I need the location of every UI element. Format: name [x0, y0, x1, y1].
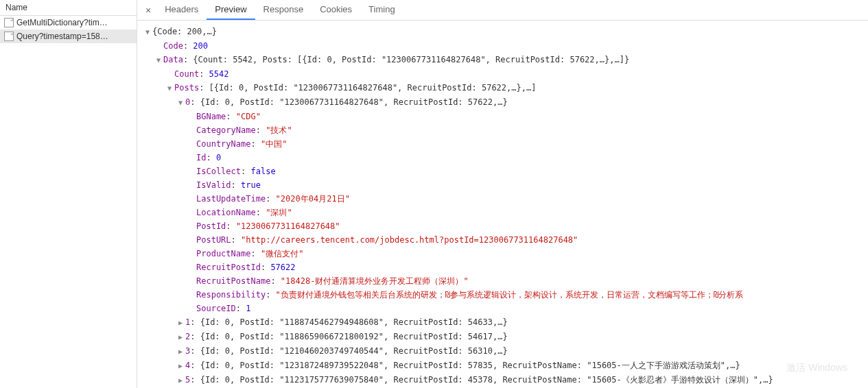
toggle-icon[interactable]: ▼ [145, 25, 152, 39]
tree-row[interactable]: LocationName: "深圳" [140, 206, 865, 219]
toggle-icon[interactable]: ▶ [178, 374, 185, 387]
toggle-icon[interactable]: ▼ [167, 82, 174, 95]
tree-row[interactable]: ▶1: {Id: 0, PostId: "1188745462794948608… [140, 315, 865, 330]
tree-row[interactable]: ▼{Code: 200,…} [140, 25, 865, 39]
tab-cookies[interactable]: Cookies [312, 0, 360, 20]
tree-row[interactable]: CategoryName: "技术" [140, 123, 865, 137]
tab-timing[interactable]: Timing [360, 0, 403, 20]
toggle-icon[interactable]: ▶ [178, 316, 185, 330]
tree-row[interactable]: SourceID: 1 [140, 302, 865, 315]
file-icon [4, 18, 14, 27]
toggle-icon[interactable]: ▶ [178, 359, 185, 373]
tree-row[interactable]: PostURL: "http://careers.tencent.com/job… [140, 233, 865, 247]
json-preview-tree[interactable]: ▼{Code: 200,…}Code: 200▼Data: {Count: 55… [137, 21, 868, 388]
tree-row[interactable]: ▼0: {Id: 0, PostId: "1230067731164827648… [140, 95, 865, 110]
tree-row[interactable]: ▶5: {Id: 0, PostId: "1123175777639075840… [140, 373, 865, 387]
tree-row[interactable]: ProductName: "微信支付" [140, 247, 865, 260]
tree-row[interactable]: ▼Data: {Count: 5542, Posts: [{Id: 0, Pos… [140, 53, 865, 67]
network-requests-panel: Name GetMultiDictionary?tim…Query?timest… [0, 0, 137, 388]
close-icon[interactable]: × [140, 1, 156, 20]
tree-row[interactable]: IsValid: true [140, 178, 865, 192]
request-item-label: Query?timestamp=158… [16, 32, 108, 41]
toggle-icon[interactable]: ▶ [178, 330, 185, 344]
request-item[interactable]: Query?timestamp=158… [0, 29, 137, 43]
tree-row[interactable]: Count: 5542 [140, 67, 865, 81]
tree-row[interactable]: Code: 200 [140, 39, 865, 53]
tree-row[interactable]: ▶2: {Id: 0, PostId: "1188659066721800192… [140, 330, 865, 344]
tree-row[interactable]: RecruitPostName: "18428-财付通清算境外业务开发工程师（深… [140, 274, 865, 288]
tree-row[interactable]: Responsibility: "负责财付通境外钱包等相关后台系统的研发；₪参与… [140, 288, 865, 302]
tree-row[interactable]: LastUpdateTime: "2020年04月21日" [140, 192, 865, 206]
tree-row[interactable]: ▶4: {Id: 0, PostId: "1231872489739522048… [140, 359, 865, 373]
tabs-row: × HeadersPreviewResponseCookiesTiming [137, 0, 868, 21]
request-item[interactable]: GetMultiDictionary?tim… [0, 16, 137, 29]
tree-row[interactable]: Id: 0 [140, 151, 865, 165]
tree-row[interactable]: ▶3: {Id: 0, PostId: "1210460203749740544… [140, 344, 865, 359]
request-item-label: GetMultiDictionary?tim… [16, 18, 108, 27]
tab-headers[interactable]: Headers [156, 0, 207, 20]
toggle-icon[interactable]: ▶ [178, 345, 185, 359]
tree-row[interactable]: ▼Posts: [{Id: 0, PostId: "12300677311648… [140, 81, 865, 95]
tab-response[interactable]: Response [255, 0, 312, 20]
name-column-header: Name [0, 0, 137, 16]
tree-row[interactable]: IsCollect: false [140, 165, 865, 178]
tab-preview[interactable]: Preview [207, 0, 255, 20]
toggle-icon[interactable]: ▼ [178, 96, 185, 110]
file-icon [4, 32, 14, 41]
detail-panel: × HeadersPreviewResponseCookiesTiming ▼{… [137, 0, 868, 388]
toggle-icon[interactable]: ▼ [156, 53, 163, 67]
tree-row[interactable]: CountryName: "中国" [140, 137, 865, 151]
tree-row[interactable]: PostId: "1230067731164827648" [140, 219, 865, 233]
tree-row[interactable]: RecruitPostId: 57622 [140, 260, 865, 274]
tree-row[interactable]: BGName: "CDG" [140, 110, 865, 123]
